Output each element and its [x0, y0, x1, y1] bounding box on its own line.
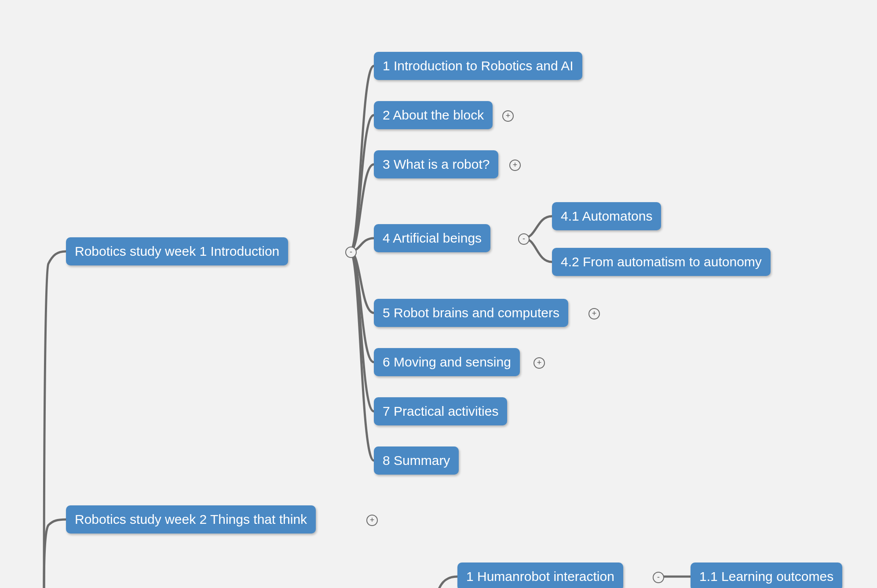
node-label: 4.1 Automatons — [561, 208, 652, 224]
collapse-toggle-week1[interactable]: - — [345, 247, 357, 258]
plus-icon: + — [513, 161, 518, 169]
minus-icon: - — [523, 235, 525, 243]
mindmap-node-w1-3[interactable]: 3 What is a robot? — [374, 150, 498, 178]
node-label: 4.2 From automatism to autonomy — [561, 254, 762, 270]
expand-toggle-w1-6[interactable]: + — [534, 357, 545, 369]
mindmap-node-w3-1[interactable]: 1 Humanrobot interaction — [457, 563, 623, 588]
mindmap-node-w1-1[interactable]: 1 Introduction to Robotics and AI — [374, 52, 582, 80]
node-label: 1 Introduction to Robotics and AI — [383, 58, 574, 74]
expand-toggle-w1-5[interactable]: + — [588, 308, 600, 319]
minus-icon: - — [350, 248, 352, 256]
plus-icon: + — [592, 309, 597, 317]
mindmap-connectors — [0, 0, 877, 588]
node-label: 1 Humanrobot interaction — [466, 569, 614, 584]
expand-toggle-w1-2[interactable]: + — [502, 110, 514, 122]
mindmap-node-w1-8[interactable]: 8 Summary — [374, 446, 459, 475]
plus-icon: + — [506, 112, 511, 120]
expand-toggle-w1-3[interactable]: + — [509, 160, 521, 171]
mindmap-node-w1-5[interactable]: 5 Robot brains and computers — [374, 299, 568, 327]
node-label: 4 Artificial beings — [383, 230, 482, 246]
mindmap-node-w1-7[interactable]: 7 Practical activities — [374, 397, 507, 425]
node-label: 8 Summary — [383, 453, 450, 468]
node-label: 1.1 Learning outcomes — [699, 569, 833, 584]
plus-icon: + — [370, 516, 375, 524]
node-label: 3 What is a robot? — [383, 156, 490, 172]
mindmap-node-w1-4-2[interactable]: 4.2 From automatism to autonomy — [552, 248, 771, 276]
collapse-toggle-w1-4[interactable]: - — [518, 233, 530, 245]
collapse-toggle-w3-1[interactable]: - — [653, 572, 664, 583]
node-label: 6 Moving and sensing — [383, 354, 511, 370]
mindmap-node-w3-1-1[interactable]: 1.1 Learning outcomes — [691, 563, 842, 588]
mindmap-node-week2[interactable]: Robotics study week 2 Things that think — [66, 505, 316, 534]
mindmap-node-w1-6[interactable]: 6 Moving and sensing — [374, 348, 520, 376]
node-label: 5 Robot brains and computers — [383, 305, 559, 321]
expand-toggle-week2[interactable]: + — [366, 515, 378, 526]
mindmap-node-w1-4[interactable]: 4 Artificial beings — [374, 224, 490, 252]
mindmap-node-week1[interactable]: Robotics study week 1 Introduction — [66, 237, 288, 265]
node-label: 7 Practical activities — [383, 403, 498, 419]
mindmap-node-w1-2[interactable]: 2 About the block — [374, 101, 493, 129]
node-label: 2 About the block — [383, 107, 484, 123]
node-label: Robotics study week 1 Introduction — [75, 243, 279, 259]
mindmap-node-w1-4-1[interactable]: 4.1 Automatons — [552, 202, 661, 230]
minus-icon: - — [657, 573, 660, 581]
node-label: Robotics study week 2 Things that think — [75, 512, 307, 527]
plus-icon: + — [537, 359, 542, 367]
